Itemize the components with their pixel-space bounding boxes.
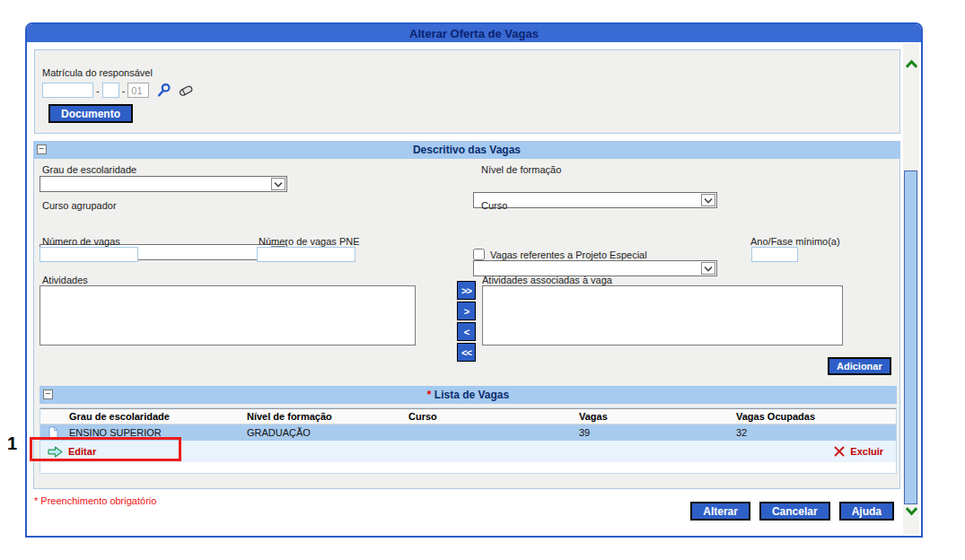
move-right-button[interactable]: > xyxy=(457,302,476,320)
ano-fase-label: Ano/Fase mínimo(a) xyxy=(750,236,840,247)
matricula-part1-input[interactable] xyxy=(42,83,93,98)
required-note: * Preenchimento obrigatório xyxy=(34,495,156,506)
col-grau: Grau de escolaridade xyxy=(66,411,243,422)
chevron-down-icon xyxy=(701,262,715,275)
numero-vagas-input[interactable] xyxy=(39,247,138,262)
descritivo-header: − Descritivo das Vagas xyxy=(33,141,900,159)
collapse-icon[interactable]: − xyxy=(37,144,47,154)
ano-fase-input[interactable] xyxy=(751,247,798,262)
page: Alterar Oferta de Vagas Matrícula do res… xyxy=(0,0,965,560)
adicionar-button[interactable]: Adicionar xyxy=(828,357,891,375)
numero-vagas-pne-input[interactable] xyxy=(257,247,355,262)
nivel-select[interactable] xyxy=(473,192,717,208)
table-actions-row: Editar Excluir xyxy=(40,441,896,462)
grau-select-value xyxy=(40,177,286,179)
lista-title: Lista de Vagas xyxy=(434,389,509,401)
nivel-select-value xyxy=(474,193,716,195)
table-filler xyxy=(40,462,896,473)
matricula-separator: - xyxy=(122,85,126,96)
numero-vagas-label: Número de vagas xyxy=(42,236,120,247)
descritivo-title: Descritivo das Vagas xyxy=(413,144,521,156)
document-icon xyxy=(40,426,66,439)
cell-vagas: 39 xyxy=(575,427,733,438)
edit-arrow-icon xyxy=(48,446,63,458)
delete-x-icon xyxy=(834,446,845,457)
scroll-up-icon[interactable] xyxy=(903,56,919,72)
col-vagas: Vagas xyxy=(575,411,733,422)
atividades-listbox[interactable] xyxy=(39,285,416,346)
chevron-down-icon xyxy=(271,178,285,190)
vertical-scrollbar xyxy=(903,43,919,534)
documento-button[interactable]: Documento xyxy=(48,104,133,123)
grau-select[interactable] xyxy=(39,176,287,192)
table-header-row: Grau de escolaridade Nível de formação C… xyxy=(40,408,896,424)
table-row[interactable]: ENSINO SUPERIOR GRADUAÇÃO 39 32 xyxy=(40,424,896,441)
alterar-oferta-window: Alterar Oferta de Vagas Matrícula do res… xyxy=(25,22,923,538)
scrollbar-thumb[interactable] xyxy=(904,171,917,504)
transfer-buttons: >> > < << xyxy=(457,281,476,363)
vagas-table: Grau de escolaridade Nível de formação C… xyxy=(39,407,897,474)
eraser-icon[interactable] xyxy=(177,83,195,97)
search-icon[interactable] xyxy=(156,83,171,98)
move-all-left-button[interactable]: << xyxy=(457,343,476,362)
atividades-associadas-listbox[interactable] xyxy=(482,285,843,346)
page-title: Alterar Oferta de Vagas xyxy=(409,27,539,40)
matricula-separator: - xyxy=(96,85,100,96)
atividades-label: Atividades xyxy=(42,275,88,285)
col-nivel: Nível de formação xyxy=(243,411,405,422)
cancelar-button[interactable]: Cancelar xyxy=(759,502,830,521)
required-asterisk: * xyxy=(427,389,432,401)
lista-header: − * Lista de Vagas xyxy=(39,386,897,404)
move-left-button[interactable]: < xyxy=(457,322,476,341)
nivel-label: Nível de formação xyxy=(481,164,561,175)
col-vagas-ocupadas: Vagas Ocupadas xyxy=(733,411,896,422)
atividades-associadas-label: Atividades associadas à vaga xyxy=(482,275,612,285)
numero-vagas-pne-label: Número de vagas PNE xyxy=(259,236,360,247)
matricula-field-row: - - xyxy=(42,83,195,98)
cell-vagas-ocupadas: 32 xyxy=(733,427,896,438)
footer-buttons: Alterar Cancelar Ajuda xyxy=(690,502,894,521)
collapse-icon[interactable]: − xyxy=(43,389,53,399)
matricula-panel: Matrícula do responsável - - xyxy=(34,49,900,134)
annotation-step-number: 1 xyxy=(7,433,17,454)
projeto-especial-checkbox[interactable] xyxy=(473,249,485,260)
excluir-label: Excluir xyxy=(850,446,883,457)
move-all-right-button[interactable]: >> xyxy=(457,281,476,300)
descritivo-section: − Descritivo das Vagas Grau de escolarid… xyxy=(33,141,900,489)
matricula-label: Matrícula do responsável xyxy=(42,67,153,78)
excluir-link[interactable]: Excluir xyxy=(834,446,883,457)
matricula-part3-input[interactable] xyxy=(127,83,149,98)
curso-label: Curso xyxy=(481,200,507,211)
projeto-especial-label: Vagas referentes a Projeto Especial xyxy=(490,249,647,260)
scroll-down-icon[interactable] xyxy=(903,503,919,519)
cell-grau: ENSINO SUPERIOR xyxy=(66,427,243,438)
curso-agrupador-label: Curso agrupador xyxy=(42,200,117,211)
editar-link[interactable]: Editar xyxy=(48,446,96,458)
editar-label: Editar xyxy=(68,446,96,457)
chevron-down-icon xyxy=(701,194,715,206)
alterar-button[interactable]: Alterar xyxy=(690,502,750,521)
curso-select-value xyxy=(474,261,716,263)
descritivo-body: Grau de escolaridade Nível de formação C… xyxy=(33,159,900,489)
col-curso: Curso xyxy=(405,411,575,422)
matricula-part2-input[interactable] xyxy=(102,83,119,98)
cell-nivel: GRADUAÇÃO xyxy=(243,427,405,438)
grau-label: Grau de escolaridade xyxy=(42,164,136,175)
ajuda-button[interactable]: Ajuda xyxy=(839,502,894,521)
window-titlebar: Alterar Oferta de Vagas xyxy=(27,24,921,42)
